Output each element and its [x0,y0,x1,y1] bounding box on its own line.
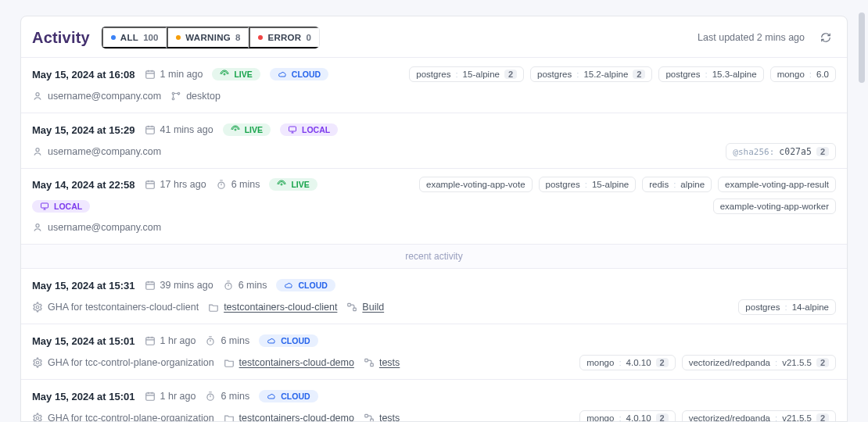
repo-link[interactable]: testcontainers-cloud-demo [239,413,354,421]
refresh-icon [820,32,831,43]
gha-text: GHA for tcc-control-plane-organization [48,413,214,421]
tag-chip[interactable]: vectorized/redpanda : v21.5.5 2 [682,355,836,370]
age: 1 min ago [145,69,203,80]
tag-name: redis [649,180,669,189]
tag-chip[interactable]: vectorized/redpanda : v21.5.5 2 [682,410,836,421]
gear-icon [32,413,43,421]
tag-separator: : [784,302,787,312]
svg-rect-8 [289,127,296,131]
age: 17 hrs ago [145,179,206,190]
job-link[interactable]: tests [379,357,400,368]
live-pill: LIVE [269,178,317,191]
tag-chip[interactable]: @sha256:c027a52 [726,143,836,160]
tag-chip[interactable]: example-voting-app-result [718,177,836,192]
job-link[interactable]: Build [362,302,384,313]
pill-label: LIVE [234,70,252,79]
pill-label: CLOUD [281,392,310,401]
tag-version: v21.5.5 [782,413,812,421]
svg-rect-28 [365,414,368,417]
svg-rect-19 [353,308,357,311]
age-text: 39 mins ago [160,280,213,291]
tag-chip[interactable]: postgres : 14-alpine [738,299,836,315]
refresh-button[interactable] [816,27,836,48]
tag-chip[interactable]: postgres : 15.2-alpine 2 [530,66,652,82]
filter-all[interactable]: ALL100 [102,27,167,48]
tag-chip[interactable]: redis : alpine [642,177,712,192]
tag-name: mongo [586,413,614,421]
svg-rect-24 [371,363,374,367]
chips: postgres : 14-alpine [738,299,836,315]
job: Build [346,302,384,313]
repo-link[interactable]: testcontainers-cloud-client [224,302,337,313]
age-text: 41 mins ago [160,124,213,135]
svg-rect-10 [145,181,154,188]
scrollbar-thumb[interactable] [859,13,865,83]
timestamp: May 14, 2024 at 22:58 [32,179,135,191]
age: 41 mins ago [145,124,213,135]
tag-separator: : [585,180,587,189]
duration: 6 mins [205,391,249,402]
tag-chip[interactable]: mongo : 4.0.10 2 [579,410,675,421]
tag-name: example-voting-app-result [725,180,829,189]
tag-count: 2 [656,413,669,421]
tag-chip[interactable]: mongo : 6.0 [770,66,836,82]
dot-icon [176,35,181,40]
job-link[interactable]: tests [379,413,400,421]
pill-label: LIVE [245,125,263,134]
tag-separator: : [619,413,621,421]
activity-row[interactable]: May 15, 2024 at 15:3139 mins ago6 minsCL… [21,268,847,324]
svg-point-17 [36,306,39,309]
calendar-icon [145,69,156,80]
tag-chip[interactable]: example-voting-app-worker [713,198,836,214]
folder-icon [224,413,235,421]
age: 1 hr ago [145,391,196,402]
tag-version: 6.0 [816,70,829,79]
folder-icon [208,302,219,313]
tag-version: alpine [680,180,705,189]
activity-header: Activity ALL100WARNING8ERROR0 Last updat… [21,16,847,57]
activity-row[interactable]: May 15, 2024 at 15:011 hr ago6 minsCLOUD… [21,379,847,421]
flow-icon [364,357,375,368]
chips: mongo : 4.0.10 2vectorized/redpanda : v2… [579,355,836,370]
activity-row[interactable]: May 14, 2024 at 22:5817 hrs ago6 minsLIV… [21,168,847,244]
activity-row[interactable]: May 15, 2024 at 15:011 hr ago6 minsCLOUD… [21,324,847,379]
filter-group: ALL100WARNING8ERROR0 [101,26,320,49]
repo: testcontainers-cloud-demo [224,357,354,368]
user: username@company.com [32,91,161,102]
pill-label: LIVE [291,180,309,189]
tag-count: 2 [816,358,829,367]
activity-row[interactable]: May 15, 2024 at 16:081 min agoLIVECLOUD … [21,57,847,113]
filter-warning[interactable]: WARNING8 [167,27,249,48]
tag-separator: : [809,70,812,79]
svg-rect-6 [145,127,154,134]
tag-count: 2 [656,358,669,367]
svg-point-12 [281,184,282,185]
activity-row[interactable]: May 15, 2024 at 15:2941 mins agoLIVELOCA… [21,113,847,168]
tag-name: vectorized/redpanda [689,413,770,421]
activity-panel: Activity ALL100WARNING8ERROR0 Last updat… [20,16,848,422]
tag-name: example-voting-app-worker [720,202,829,211]
tag-version: 4.0.10 [626,413,651,421]
timestamp: May 15, 2024 at 15:31 [32,280,135,291]
tag-separator: : [775,358,777,367]
repo-link[interactable]: testcontainers-cloud-demo [239,357,354,368]
scrollbar[interactable] [859,8,865,414]
tag-name: postgres [416,70,450,79]
filter-error[interactable]: ERROR0 [249,27,318,48]
chips: postgres : 15-alpine 2postgres : 15.2-al… [409,66,836,82]
svg-point-14 [36,224,39,227]
filter-label: WARNING [185,33,231,42]
tag-chip[interactable]: postgres : 15.3-alpine [658,66,763,82]
stopwatch-icon [216,179,227,190]
svg-rect-15 [145,282,154,289]
tag-chip[interactable]: postgres : 15-alpine 2 [409,66,524,82]
svg-point-26 [207,394,213,400]
source-text: desktop [186,91,221,102]
tag-chip[interactable]: mongo : 4.0.10 2 [579,355,675,370]
tag-chip[interactable]: postgres : 15-alpine [539,177,637,192]
age-text: 1 min ago [160,69,203,80]
user: username@company.com [32,222,161,233]
tag-version: 15.2-alpine [583,70,628,79]
timestamp: May 15, 2024 at 16:08 [32,69,135,80]
tag-chip[interactable]: example-voting-app-vote [419,177,533,192]
